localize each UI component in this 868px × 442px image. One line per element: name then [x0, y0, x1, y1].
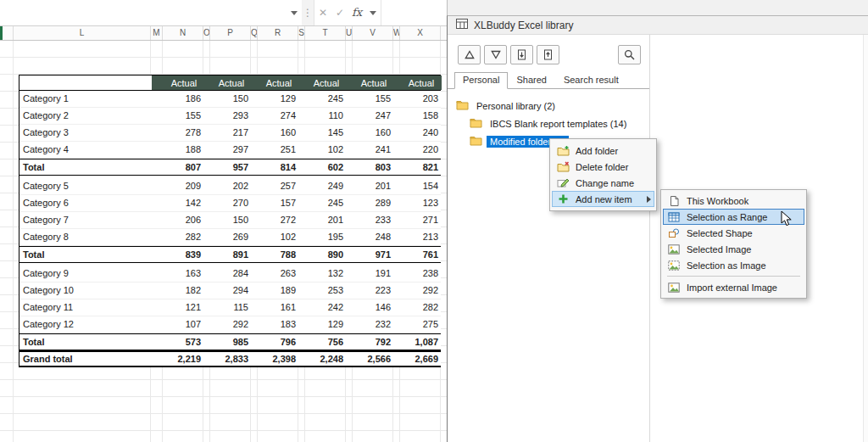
column-header-Q[interactable]: Q	[251, 26, 258, 40]
row-label[interactable]: Category 1	[19, 91, 152, 107]
cell-value[interactable]: 803	[347, 159, 394, 175]
cell-value[interactable]: 282	[394, 299, 442, 316]
cell-value[interactable]: 220	[394, 142, 442, 158]
cell-value[interactable]: 2,219	[152, 352, 204, 366]
menu-item-selected-image[interactable]: Selected Image	[663, 241, 804, 257]
cell-value[interactable]: 245	[299, 195, 347, 211]
table-row-category-3[interactable]: Category 3278217160145160240	[19, 125, 441, 142]
cell-value[interactable]: 202	[204, 178, 252, 194]
cell-value[interactable]: 155	[152, 108, 204, 124]
cell-value[interactable]: 270	[204, 195, 252, 211]
cell-value[interactable]: 272	[252, 212, 299, 228]
menu-item-change-name[interactable]: Change name	[552, 175, 654, 191]
cell-value[interactable]: 150	[204, 91, 252, 107]
column-header-N[interactable]: N	[163, 26, 203, 40]
formula-bar-splitter[interactable]: ⋮	[302, 0, 314, 25]
cell-value[interactable]: 191	[347, 266, 394, 282]
cell-value[interactable]: 240	[394, 125, 442, 141]
cell-value[interactable]: 107	[152, 316, 204, 333]
formula-input[interactable]	[381, 0, 447, 25]
table-row-category-1[interactable]: Category 1186150129245155203	[19, 91, 441, 108]
name-box-dropdown-icon[interactable]	[287, 0, 302, 25]
cell-value[interactable]: 269	[204, 229, 252, 245]
cell-value[interactable]: 2,669	[394, 352, 442, 366]
cell-value[interactable]: 2,833	[204, 352, 252, 366]
cell-value[interactable]: 245	[299, 91, 347, 107]
cell-value[interactable]: 132	[299, 266, 347, 282]
column-header-T[interactable]: T	[305, 26, 346, 40]
cell-value[interactable]: 756	[299, 334, 347, 350]
row-label[interactable]: Grand total	[19, 352, 152, 366]
column-header-V[interactable]: V	[353, 26, 393, 40]
cell-value[interactable]: 814	[252, 159, 299, 175]
row-label[interactable]: Category 4	[19, 142, 152, 158]
cell-value[interactable]: 163	[152, 266, 204, 282]
cell-value[interactable]: 297	[204, 142, 252, 158]
column-header-M[interactable]: M	[151, 26, 163, 40]
cell-value[interactable]: 102	[252, 229, 299, 245]
cell-value[interactable]: 761	[394, 247, 442, 262]
tree-item[interactable]: Personal library (2)	[448, 97, 649, 115]
cell-value[interactable]: 890	[299, 247, 347, 262]
cell-value[interactable]: 223	[347, 283, 394, 299]
cell-value[interactable]: 160	[252, 125, 299, 141]
cell-value[interactable]: 1,087	[394, 334, 442, 350]
cell-value[interactable]: 145	[299, 125, 347, 141]
cell-value[interactable]: 241	[347, 142, 394, 158]
cell-value[interactable]: 188	[152, 142, 204, 158]
move-up-button[interactable]	[458, 45, 481, 64]
tab-personal[interactable]: Personal	[454, 72, 508, 89]
table-row-category-5[interactable]: Category 5209202257249201154	[19, 178, 441, 195]
table-row-category-10[interactable]: Category 10182294189253223292	[19, 283, 441, 299]
menu-item-this-workbook[interactable]: This Workbook	[663, 193, 804, 209]
cell-value[interactable]: 292	[394, 283, 442, 299]
cell-value[interactable]: 293	[204, 108, 252, 124]
tree-item[interactable]: IBCS Blank report templates (14)	[448, 115, 649, 132]
menu-item-add-new-item[interactable]: Add new item	[552, 191, 654, 207]
table-row-category-8[interactable]: Category 8282269102195248213	[19, 229, 441, 246]
row-label[interactable]: Category 7	[19, 212, 152, 228]
row-label[interactable]: Category 8	[19, 229, 152, 245]
cell-value[interactable]: 807	[152, 159, 204, 175]
cell-value[interactable]: 157	[252, 195, 299, 211]
column-header-S[interactable]: S	[298, 26, 305, 40]
tab-shared[interactable]: Shared	[508, 72, 554, 88]
cell-value[interactable]: 195	[299, 229, 347, 245]
tab-search-result[interactable]: Search result	[555, 72, 627, 88]
cell-value[interactable]: 274	[252, 108, 299, 124]
cell-value[interactable]: 957	[204, 159, 252, 175]
row-label[interactable]: Total	[19, 159, 152, 175]
cell-value[interactable]: 284	[204, 266, 252, 282]
cell-value[interactable]: 2,566	[347, 352, 394, 366]
preview-scrollbar[interactable]	[863, 35, 868, 442]
search-button[interactable]	[618, 45, 641, 64]
row-label[interactable]: Total	[19, 334, 152, 350]
column-header-O[interactable]: O	[203, 26, 210, 40]
cell-value[interactable]: 217	[204, 125, 252, 141]
cell-value[interactable]: 189	[252, 283, 299, 299]
cell-value[interactable]: 129	[299, 316, 347, 333]
cancel-icon[interactable]: ✕	[314, 0, 331, 25]
table-row-total[interactable]: Total5739857967567921,087	[19, 333, 441, 350]
cell-value[interactable]: 602	[299, 159, 347, 175]
table-row-category-2[interactable]: Category 2155293274110247158	[19, 108, 441, 125]
column-header-X[interactable]: X	[400, 26, 441, 40]
cell-value[interactable]: 155	[347, 91, 394, 107]
column-header-L[interactable]: L	[14, 26, 151, 40]
table-row-total[interactable]: Total807957814602803821	[19, 159, 441, 176]
cell-value[interactable]: 142	[152, 195, 204, 211]
cell-value[interactable]: 242	[299, 299, 347, 316]
cell-value[interactable]: 206	[152, 212, 204, 228]
cell-value[interactable]: 275	[394, 316, 442, 333]
cell-value[interactable]: 160	[347, 125, 394, 141]
cell-value[interactable]: 292	[204, 316, 252, 333]
cell-value[interactable]: 821	[394, 159, 442, 175]
cell-value[interactable]: 271	[394, 212, 442, 228]
menu-item-add-folder[interactable]: Add folder	[552, 143, 654, 159]
cell-value[interactable]: 201	[299, 212, 347, 228]
formula-dropdown-icon[interactable]	[365, 0, 381, 25]
menu-item-import-external-image[interactable]: Import external Image	[663, 279, 804, 295]
enter-icon[interactable]: ✓	[331, 0, 348, 25]
cell-value[interactable]: 232	[347, 316, 394, 333]
insert-function-icon[interactable]: fx	[348, 0, 365, 25]
